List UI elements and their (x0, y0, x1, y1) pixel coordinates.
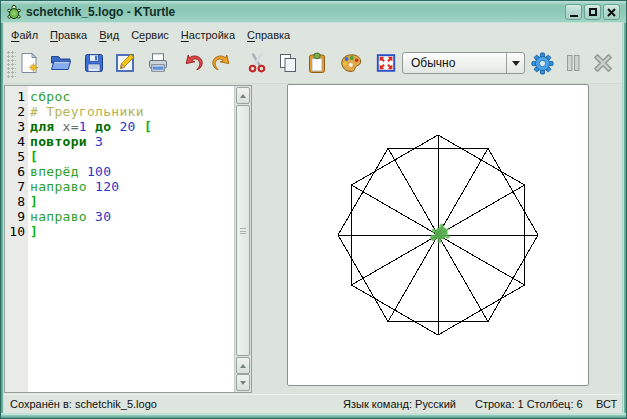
fullscreen-icon (375, 52, 397, 74)
redo-icon (211, 52, 233, 74)
arrow-up-icon (240, 364, 246, 368)
line-number: 8 (5, 194, 28, 209)
print-icon (147, 52, 169, 74)
code-line-7[interactable]: направо 120 (28, 179, 234, 194)
pause-button[interactable] (560, 50, 586, 76)
line-number: 2 (5, 104, 28, 119)
save-button[interactable] (81, 50, 107, 76)
stop-button[interactable] (590, 50, 616, 76)
print-button[interactable] (145, 50, 171, 76)
new-file-icon (18, 52, 40, 74)
close-icon (607, 8, 616, 17)
toolbar-drag-handle[interactable] (7, 51, 16, 78)
code-line-5[interactable]: [ (28, 149, 234, 164)
copy-button[interactable] (275, 50, 301, 76)
open-file-button[interactable] (47, 50, 73, 76)
speed-combobox[interactable]: Обычно (402, 52, 525, 74)
titlebar[interactable]: schetchik_5.logo - KTurtle (1, 1, 626, 23)
menu-файл[interactable]: Файл (6, 26, 43, 44)
turtle-icon (6, 4, 22, 20)
line-number: 4 (5, 134, 28, 149)
code-editor[interactable]: 12345678910 сброс# Треугольникидля x=1 д… (4, 85, 252, 393)
code-line-9[interactable]: направо 30 (28, 209, 234, 224)
undo-button[interactable] (180, 50, 206, 76)
status-cursor-position: Строка: 1 Столбец: 6 (475, 395, 583, 414)
code-line-10[interactable]: ] (28, 224, 234, 239)
chevron-down-icon (512, 61, 520, 66)
stop-icon (592, 52, 614, 74)
line-number: 10 (5, 224, 28, 239)
arrow-down-icon (240, 381, 246, 385)
code-area[interactable]: сброс# Треугольникидля x=1 до 20 [повтор… (28, 86, 234, 392)
line-number: 5 (5, 149, 28, 164)
code-line-6[interactable]: вперёд 100 (28, 164, 234, 179)
menubar: ФайлПравкаВидСервисНастройкаСправка (4, 24, 622, 46)
line-number-gutter: 12345678910 (5, 86, 28, 392)
open-folder-icon (49, 52, 71, 74)
colors-button[interactable] (338, 50, 364, 76)
pause-icon (562, 52, 584, 74)
code-line-3[interactable]: для x=1 до 20 [ (28, 119, 234, 134)
run-button[interactable] (529, 50, 555, 76)
status-language: Язык команд: Русский (343, 395, 456, 414)
window-content: ФайлПравкаВидСервисНастройкаСправка (4, 23, 622, 414)
menu-справка[interactable]: Справка (242, 26, 295, 44)
menu-сервис[interactable]: Сервис (126, 26, 174, 44)
turtle-canvas[interactable] (287, 84, 589, 386)
save-icon (83, 52, 105, 74)
statusbar: Сохранён в: schetchik_5.logo Язык команд… (4, 394, 622, 414)
copy-icon (277, 52, 299, 74)
edit-icon (114, 52, 136, 74)
close-button[interactable] (603, 4, 620, 20)
status-save-message: Сохранён в: schetchik_5.logo (10, 395, 157, 414)
code-line-8[interactable]: ] (28, 194, 234, 209)
paste-button[interactable] (304, 50, 330, 76)
open-in-editor-button[interactable] (112, 50, 138, 76)
scrollbar-thumb[interactable] (236, 105, 250, 356)
paste-icon (306, 52, 328, 74)
line-number: 9 (5, 209, 28, 224)
toolbar: Обычно (4, 46, 622, 84)
new-file-button[interactable] (16, 50, 42, 76)
undo-icon (182, 52, 204, 74)
maximize-icon (589, 8, 597, 16)
editor-scrollbar[interactable] (234, 86, 251, 392)
main-area: 12345678910 сброс# Треугольникидля x=1 д… (4, 84, 622, 394)
window-frame-bottom (1, 413, 626, 418)
line-number: 7 (5, 179, 28, 194)
minimize-button[interactable] (565, 4, 582, 20)
palette-icon (340, 52, 362, 74)
speed-combobox-value: Обычно (403, 56, 506, 70)
kturtle-window: schetchik_5.logo - KTurtle ФайлПравкаВид… (0, 0, 627, 419)
canvas-drawing (288, 85, 588, 385)
menu-вид[interactable]: Вид (94, 26, 124, 44)
line-number: 3 (5, 119, 28, 134)
line-number: 1 (5, 89, 28, 104)
scroll-up-button[interactable] (236, 87, 250, 104)
scroll-down-button[interactable] (236, 374, 250, 391)
code-line-2[interactable]: # Треугольники (28, 104, 234, 119)
line-number: 6 (5, 164, 28, 179)
maximize-button[interactable] (584, 4, 601, 20)
turtle-sprite (427, 221, 454, 246)
code-line-4[interactable]: повтори 3 (28, 134, 234, 149)
run-gear-icon (531, 52, 554, 75)
cut-icon (246, 52, 268, 74)
arrow-up-icon (240, 94, 246, 98)
cut-button[interactable] (244, 50, 270, 76)
menu-настройка[interactable]: Настройка (176, 26, 240, 44)
minimize-icon (570, 15, 578, 17)
scroll-up-button-2[interactable] (236, 357, 250, 374)
status-insert-mode: ВСТ (596, 395, 617, 414)
code-line-1[interactable]: сброс (28, 89, 234, 104)
scrollbar-grip (240, 228, 246, 234)
fullscreen-button[interactable] (373, 50, 399, 76)
menu-правка[interactable]: Правка (45, 26, 92, 44)
window-title: schetchik_5.logo - KTurtle (26, 5, 175, 19)
redo-button[interactable] (209, 50, 235, 76)
